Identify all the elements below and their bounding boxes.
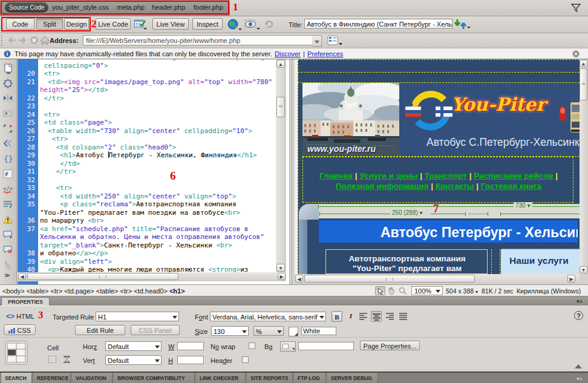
stop-icon[interactable] (30, 36, 39, 45)
results-menu-icon[interactable]: ▾≡ (577, 376, 583, 382)
hand-tool-button[interactable] (387, 287, 396, 296)
text-color-swatch[interactable] (289, 327, 298, 336)
design-horizontal-scrollbar[interactable]: ◀ ▶ (295, 274, 580, 284)
nav-link[interactable]: Полезная информация (336, 182, 429, 191)
results-tab-site-reports[interactable]: SITE REPORTS (247, 373, 293, 383)
size-unit-select[interactable]: % (253, 326, 284, 336)
css-panel-button[interactable]: CSS Panel (131, 325, 180, 335)
code-line[interactable]: 27 <tr> (18, 135, 289, 143)
results-tab-ftp-log[interactable]: FTP LOG (294, 373, 326, 383)
preferences-link[interactable]: Preferences (307, 50, 343, 57)
edit-rule-button[interactable]: Edit Rule (75, 325, 125, 335)
panel-resize-grip[interactable] (575, 364, 582, 368)
dropdown-arrow-icon[interactable] (319, 316, 324, 319)
discover-link[interactable]: Discover (275, 50, 301, 57)
design-scroll-left-icon[interactable]: ◀ (295, 275, 303, 283)
code-navigator-icon[interactable] (2, 78, 14, 89)
tag-selector-item[interactable]: <td.page> (64, 287, 96, 295)
align-right-button[interactable] (386, 313, 394, 320)
select-tool-button[interactable] (375, 286, 385, 295)
toolbar-overflow-icon[interactable]: ≫ (4, 272, 10, 278)
code-scroll-left-icon[interactable]: ◀ (18, 273, 26, 280)
align-justify-button[interactable] (399, 313, 407, 320)
preview-in-browser-icon[interactable] (227, 19, 242, 30)
live-code-button[interactable]: Live Code (96, 18, 131, 30)
code-line[interactable]: 21 <td><img src="images/page_top.png" al… (18, 78, 289, 87)
properties-tab[interactable]: PROPERTIES (1, 297, 50, 306)
tag-selector-item[interactable]: <body> (2, 287, 27, 295)
code-line[interactable]: 22 </tr> (18, 94, 289, 103)
code-scrollbar-thumb[interactable] (276, 97, 285, 117)
visual-aids-icon[interactable] (244, 19, 260, 30)
code-line[interactable]: "You-Piter" предлагает вам поездки на ав… (18, 209, 289, 217)
css-mode-button[interactable]: CSS (4, 324, 36, 335)
vert-select[interactable]: Default (105, 355, 162, 365)
code-line[interactable]: 29 <h1>Автобус Петербург - Хельсинки, Фи… (18, 151, 289, 160)
open-documents-icon[interactable] (2, 63, 14, 74)
nav-cell[interactable]: Главная | Услуги и цены | Транспорт | Ра… (302, 157, 573, 203)
inspect-button[interactable]: Inspect (192, 18, 223, 30)
split-view-divider[interactable] (289, 59, 295, 284)
code-scroll-up-icon[interactable]: ▲ (276, 60, 285, 68)
bold-button[interactable]: B (332, 311, 342, 322)
file-management-icon[interactable] (454, 18, 471, 30)
apply-comment-icon[interactable] (2, 229, 14, 240)
code-vertical-scrollbar[interactable]: ▲ ▼ (276, 59, 286, 272)
line-numbers-icon[interactable]: # (2, 169, 14, 180)
code-line[interactable]: 32 (18, 176, 289, 185)
banner[interactable]: www.you-piter.ru You-Piter (302, 83, 580, 156)
code-view-pane[interactable]: 19<table width="780" border="0" align="c… (18, 59, 289, 284)
filter-icon[interactable] (571, 4, 581, 12)
code-line[interactable]: Хельсинки и обратно. Цены и места отправ… (18, 233, 289, 241)
nav-link[interactable]: Контакты (436, 182, 474, 191)
forward-icon[interactable] (18, 36, 27, 44)
targeted-rule-select[interactable]: H1 (96, 312, 179, 321)
color-value-input[interactable]: White (301, 327, 336, 335)
code-line[interactable]: 24 <tr> (18, 111, 289, 119)
dropdown-arrow-icon[interactable] (436, 290, 440, 293)
remove-comment-icon[interactable] (2, 244, 14, 255)
results-tab-reference[interactable]: REFERENCE (33, 373, 71, 383)
code-line[interactable]: 37<a href="schedule.php" title="Расписан… (18, 225, 289, 234)
size-select[interactable]: 130 (211, 326, 249, 336)
nav-link[interactable]: Услуги и цены (359, 171, 417, 180)
tag-selector-item[interactable]: <table> (27, 287, 51, 295)
w-input[interactable] (177, 342, 204, 350)
results-tab-browser-compatibility[interactable]: BROWSER COMPATIBILITY (114, 373, 195, 383)
page-heading-cell[interactable]: Автобус Петербург - Хельсин (318, 220, 578, 243)
help-icon[interactable]: ? (574, 311, 583, 320)
collapse-full-tag-icon[interactable] (2, 93, 14, 104)
no-wrap-checkbox[interactable] (249, 342, 255, 349)
syntax-error-alerts-icon[interactable] (2, 214, 14, 225)
reclama-box[interactable]: Автотранспортная компания "You-Piter" пр… (325, 249, 488, 274)
code-line[interactable]: target="_blank">Санкт-Петербург - Хельси… (18, 241, 289, 250)
dropdown-arrow-icon[interactable] (242, 330, 247, 333)
code-line[interactable]: 36по маршруту <br> (18, 217, 289, 225)
live-view-button[interactable]: Live View (152, 18, 189, 30)
window-size-select[interactable]: 504 x 388 ▾ (446, 287, 478, 295)
infobar-close-icon[interactable] (572, 50, 580, 57)
code-line[interactable]: 39<div align="left"> (18, 258, 289, 266)
merge-cells-button[interactable] (48, 356, 56, 363)
address-input[interactable]: file:///E|/WebServers/home/you-piter/www… (83, 35, 322, 45)
page-top-cell[interactable] (298, 72, 580, 83)
column-width-menu-icon[interactable]: ▾ (420, 209, 423, 216)
code-scroll-right-icon[interactable]: ▶ (278, 273, 286, 280)
nav-link[interactable]: Гостевая книга (481, 182, 541, 191)
code-line[interactable]: 28 <td colspan="2" class="head0"> (18, 143, 289, 152)
header-checkbox[interactable] (242, 356, 249, 363)
align-left-button[interactable] (359, 313, 367, 320)
results-tab-link-checker[interactable]: LINK CHECKER (196, 373, 246, 383)
select-parent-tag-icon[interactable] (2, 139, 14, 149)
word-wrap-icon[interactable] (2, 199, 14, 210)
table-width-menu-icon[interactable]: ▾ (527, 202, 530, 209)
column-width-label[interactable]: 250 (288) ▾ (390, 209, 425, 216)
italic-button[interactable]: I (346, 312, 356, 322)
balance-braces-icon[interactable]: {} (2, 154, 14, 165)
design-scrollbar-thumb[interactable] (580, 68, 587, 100)
code-line[interactable]: 31 </tr> (18, 168, 289, 176)
align-center-button[interactable] (371, 311, 382, 322)
tag-selector-item[interactable]: <td.head0> (134, 287, 169, 295)
collapse-selection-icon[interactable] (2, 108, 14, 119)
check-browser-compatibility-icon[interactable] (134, 19, 147, 30)
